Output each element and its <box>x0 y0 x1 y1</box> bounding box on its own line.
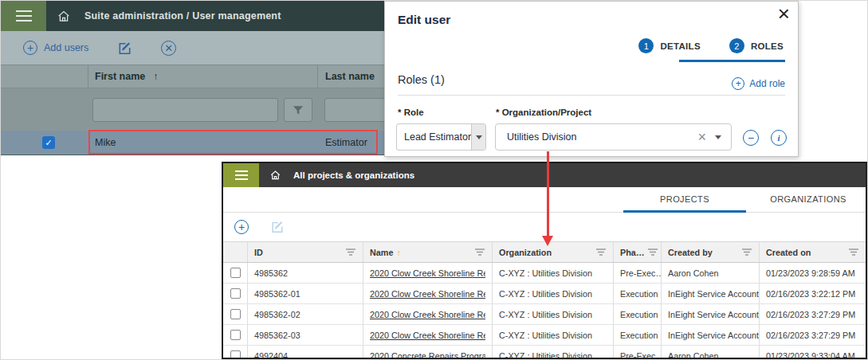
column-filter-icon[interactable] <box>472 248 485 256</box>
step-1-badge: 1 <box>638 38 654 53</box>
role-dropdown-button[interactable] <box>471 124 485 150</box>
role-field-label: * Role <box>398 108 424 117</box>
wizard-steps: 1 DETAILS 2 ROLES <box>638 38 784 53</box>
phase-column-header[interactable]: Pha… <box>614 242 662 262</box>
projects-header: All projects & organizations <box>223 163 866 187</box>
info-icon[interactable]: i <box>771 130 787 146</box>
project-link[interactable]: 2020 Clow Creek Shoreline Rest… <box>370 310 485 319</box>
tab-projects[interactable]: PROJECTS <box>660 194 709 204</box>
org-field-label: * Organization/Project <box>496 108 591 117</box>
id-cell: 4985362-01 <box>248 284 363 303</box>
first-name-column-header[interactable]: First name ↑ <box>88 65 318 88</box>
organization-cell: C-XYZ : Utilities Division <box>493 304 614 324</box>
project-link[interactable]: 2020 Concrete Repairs Program <box>370 351 485 360</box>
roles-heading: Roles (1) <box>398 73 445 86</box>
user-management-header: Suite administration / User management <box>1 1 384 31</box>
project-link[interactable]: 2020 Clow Creek Shoreline Rest… <box>370 331 485 340</box>
created-by-cell: InEight Service Account <box>662 304 760 324</box>
column-filter-icon[interactable] <box>645 248 658 256</box>
hamburger-icon <box>235 174 248 176</box>
created-by-column-header[interactable]: Created by <box>662 242 760 262</box>
projects-panel: All projects & organizations PROJECTS OR… <box>222 162 867 359</box>
screenshot-canvas: Suite administration / User management +… <box>0 0 868 360</box>
step-2-badge: 2 <box>729 38 744 53</box>
plus-icon: + <box>732 77 744 90</box>
select-column-header <box>1 65 88 88</box>
menu-button[interactable] <box>223 163 259 187</box>
id-cell: 4992404 <box>248 346 363 359</box>
chevron-down-icon <box>476 135 482 139</box>
last-name-filter-input[interactable] <box>324 98 384 122</box>
edit-user-icon[interactable] <box>117 41 132 56</box>
projects-grid: ID Name ↑ Organization Pha… Create <box>223 241 866 359</box>
created-on-cell: 02/16/2023 3:22:12 PM <box>760 284 866 303</box>
table-row: 4985362-02 2020 Clow Creek Shoreline Res… <box>223 304 866 325</box>
created-by-cell: Aaron Cohen <box>662 263 760 283</box>
remove-role-button[interactable]: − <box>743 130 759 146</box>
row-checkbox[interactable] <box>230 330 241 340</box>
organization-project-combobox[interactable]: Utilities Division × <box>495 123 732 151</box>
active-step-underline <box>679 60 785 62</box>
created-on-cell: 01/23/2023 9:28:59 AM <box>760 263 866 283</box>
home-icon[interactable] <box>57 10 71 23</box>
project-link[interactable]: 2020 Clow Creek Shoreline Rest… <box>370 268 485 278</box>
first-name-filter-input[interactable] <box>92 98 278 122</box>
row-checkbox-checked[interactable]: ✓ <box>42 136 55 149</box>
column-filter-icon[interactable] <box>846 248 859 256</box>
column-filter-icon[interactable] <box>593 248 607 256</box>
project-link[interactable]: 2020 Clow Creek Shoreline Rest… <box>370 289 485 299</box>
organization-column-header[interactable]: Organization <box>493 242 614 262</box>
last-name-column-header[interactable]: Last name <box>318 65 384 88</box>
select-all-header <box>223 242 248 262</box>
row-checkbox[interactable] <box>230 288 241 299</box>
role-select[interactable]: Lead Estimator <box>396 123 486 151</box>
active-tab-underline <box>623 210 746 213</box>
user-table-filter-row <box>1 88 384 131</box>
row-checkbox[interactable] <box>230 350 241 359</box>
created-on-cell: 02/16/2023 3:27:29 PM <box>760 304 866 324</box>
first-name-cell: Mike <box>88 131 318 155</box>
organization-cell: C-XYZ : Utilities Division <box>493 263 614 283</box>
close-icon[interactable]: × <box>778 2 790 26</box>
id-column-header[interactable]: ID <box>248 242 363 262</box>
row-checkbox[interactable] <box>230 268 241 278</box>
sort-asc-icon: ↑ <box>396 248 400 257</box>
step-roles[interactable]: 2 ROLES <box>729 38 784 53</box>
filter-funnel-button[interactable] <box>284 98 312 122</box>
created-on-column-header[interactable]: Created on <box>760 242 866 262</box>
organization-cell: C-XYZ : Utilities Division <box>493 325 614 345</box>
organization-cell: C-XYZ : Utilities Division <box>493 284 614 303</box>
table-row: 4985362-03 2020 Clow Creek Shoreline Res… <box>223 325 866 346</box>
menu-button[interactable] <box>1 1 46 31</box>
user-row-selected[interactable]: ✓ Mike Estimator <box>1 131 384 155</box>
row-checkbox[interactable] <box>230 309 241 319</box>
phase-cell: Pre-Exec… <box>614 346 662 359</box>
add-role-button[interactable]: + Add role <box>732 77 785 90</box>
add-users-button[interactable]: + Add users <box>23 41 88 55</box>
edit-project-icon-disabled[interactable] <box>270 220 285 234</box>
add-project-button[interactable]: + <box>234 220 249 234</box>
user-management-panel: Suite administration / User management +… <box>1 1 384 155</box>
grid-header-row: ID Name ↑ Organization Pha… Create <box>223 242 866 263</box>
edit-user-dialog: Edit user × 1 DETAILS 2 ROLES Roles (1) … <box>384 1 799 157</box>
column-filter-icon[interactable] <box>739 248 752 256</box>
chevron-down-icon[interactable] <box>715 135 731 139</box>
phase-cell: Execution <box>614 325 662 345</box>
tab-organizations[interactable]: ORGANIZATIONS <box>770 194 846 204</box>
home-icon[interactable] <box>269 170 281 181</box>
hamburger-icon <box>16 15 32 17</box>
created-by-cell: InEight Service Account <box>662 284 760 303</box>
created-by-cell: Aaron Cohen <box>662 346 760 359</box>
section-divider <box>398 95 785 96</box>
breadcrumb: Suite administration / User management <box>84 10 281 22</box>
sort-asc-icon: ↑ <box>153 71 158 82</box>
phase-cell: Execution <box>614 304 662 324</box>
phase-cell: Pre-Exec… <box>614 263 662 283</box>
step-details[interactable]: 1 DETAILS <box>638 38 700 53</box>
add-users-label: Add users <box>44 42 88 53</box>
clear-icon[interactable]: × <box>689 130 715 144</box>
name-column-header[interactable]: Name ↑ <box>363 242 493 262</box>
deactivate-users-icon[interactable]: ✕ <box>161 41 176 56</box>
id-cell: 4985362-02 <box>248 304 363 324</box>
column-filter-icon[interactable] <box>343 248 356 256</box>
